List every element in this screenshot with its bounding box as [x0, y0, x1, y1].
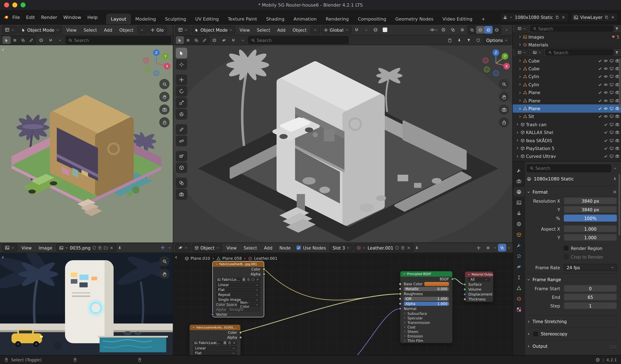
menu-select[interactable]: Select [241, 244, 260, 251]
color-space-dropdown[interactable]: Non-Color [238, 302, 260, 307]
scene-selector[interactable]: 1080x1080 Static [500, 13, 568, 22]
workspace-tab-uv-editing[interactable]: UV Editing [190, 14, 223, 25]
chevron-down-icon[interactable] [493, 246, 497, 249]
menu-image[interactable]: Image [36, 244, 55, 251]
menu-view[interactable]: View [63, 26, 79, 33]
select-lasso-button[interactable] [200, 36, 209, 44]
target-dropdown[interactable]: All [468, 277, 490, 282]
section-thin-film[interactable]: Thin Film [400, 338, 452, 343]
tab-render[interactable] [513, 176, 524, 186]
bsdf-socket[interactable] [451, 278, 454, 281]
hide-eye-icon[interactable] [604, 83, 608, 87]
selectable-checkbox-icon[interactable] [598, 91, 602, 95]
search-input[interactable] [538, 26, 611, 31]
selectable-checkbox-icon[interactable] [604, 154, 608, 158]
menu-file[interactable]: File [9, 13, 23, 21]
chevron-down-icon[interactable] [467, 273, 470, 276]
menu-add[interactable]: Add [261, 244, 275, 251]
shader-type-selector[interactable]: Object [192, 244, 222, 252]
use-nodes-toggle[interactable]: Use Nodes [296, 245, 326, 250]
base-color-socket[interactable] [399, 283, 402, 285]
tab-physics[interactable] [513, 262, 524, 271]
render-disable-icon[interactable] [615, 154, 619, 158]
filter-id-selector[interactable] [530, 49, 544, 55]
frame-step-field[interactable]: 1 [564, 302, 617, 309]
new-scene-icon[interactable] [555, 15, 559, 19]
search-input[interactable] [535, 166, 608, 171]
hide-eye-icon[interactable] [604, 59, 608, 63]
render-disable-icon[interactable] [615, 67, 619, 71]
view-layer-selector[interactable]: ViewLayer [571, 13, 618, 22]
snap-toggle-button[interactable] [47, 36, 55, 44]
filter-icon[interactable] [615, 50, 619, 54]
selectable-checkbox-icon[interactable] [598, 114, 602, 119]
tool-add-primitive[interactable] [176, 162, 187, 173]
swatch-button[interactable] [381, 26, 389, 34]
chevron-right-icon[interactable] [516, 155, 519, 158]
add-workspace-button[interactable]: + [477, 14, 490, 25]
node-material-output[interactable]: Material Output All Surface Volume Displ… [465, 271, 493, 302]
render-disable-icon[interactable] [615, 130, 619, 134]
render-disable-icon[interactable] [615, 138, 619, 142]
render-disable-icon[interactable] [615, 146, 619, 150]
viewport-left-search[interactable] [66, 36, 171, 44]
selectable-checkbox-icon[interactable] [604, 123, 608, 127]
outliner-row-collection[interactable]: KALLAX Shel [513, 128, 621, 137]
time-stretching-panel-header[interactable]: Time Stretching [527, 317, 617, 326]
chevron-right-icon[interactable] [518, 107, 522, 110]
select-lasso-button[interactable] [27, 36, 35, 44]
chevron-right-icon[interactable] [518, 91, 522, 95]
outliner-row-collection[interactable]: Ikea SKÅDIS [513, 137, 621, 144]
outliner-row-materials[interactable]: Materials [513, 41, 621, 48]
tool-shear[interactable] [176, 178, 187, 188]
aspect-y-field[interactable]: 1.000 [564, 234, 617, 241]
orientation-selector[interactable]: Global [321, 26, 351, 34]
color-socket[interactable] [239, 331, 242, 334]
frame-range-panel-header[interactable]: Frame Range [527, 275, 617, 284]
extension-dropdown[interactable]: Repeat [216, 293, 260, 297]
alpha-socket[interactable] [399, 302, 402, 305]
remove-view-layer-icon[interactable] [611, 15, 615, 19]
shading-wireframe-button[interactable] [468, 26, 476, 34]
region-toggle-icon[interactable] [1, 48, 5, 52]
image-selector[interactable]: 0035.png [56, 244, 117, 252]
output-panel-header[interactable]: Output :::: [527, 342, 617, 350]
chevron-down-icon[interactable] [507, 246, 511, 249]
selectable-checkbox-icon[interactable] [604, 130, 608, 134]
users-count-badge[interactable]: 4 [223, 341, 227, 345]
section-emission[interactable]: Emission [400, 334, 452, 338]
outliner-file-search[interactable] [530, 26, 614, 32]
unlink-icon[interactable] [256, 278, 259, 281]
alpha-mode-dropdown[interactable]: Straight [227, 307, 260, 312]
workspace-tab-rendering[interactable]: Rendering [321, 14, 353, 25]
material-selector[interactable]: Leather.001 [354, 244, 414, 252]
selectable-checkbox-icon[interactable] [598, 83, 602, 87]
outliner-row-images[interactable]: Images 5 [513, 33, 621, 41]
viewport-disable-icon[interactable] [609, 83, 614, 87]
zoom-button[interactable] [159, 79, 170, 89]
frame-end-field[interactable]: 65 [564, 294, 617, 301]
node-header[interactable]: Material Output [465, 272, 493, 277]
select-tweak-button[interactable] [176, 36, 184, 44]
stereoscopy-panel-header[interactable]: Stereoscopy [527, 330, 617, 338]
network-status-icon[interactable] [595, 358, 600, 362]
unlink-scene-icon[interactable] [561, 15, 566, 19]
select-box-button[interactable] [11, 36, 19, 44]
tab-data[interactable] [513, 283, 524, 293]
outliner-row-object[interactable]: Cube [513, 65, 621, 73]
section-coat[interactable]: Coat [400, 325, 452, 329]
section-subsurface[interactable]: Subsurface [400, 311, 452, 316]
render-disable-icon[interactable] [615, 83, 619, 87]
render-slot-icon[interactable] [158, 244, 167, 252]
camera-view-button[interactable] [499, 104, 509, 115]
tab-world[interactable] [513, 219, 524, 229]
ior-slider[interactable]: IOR1.450 [404, 297, 449, 301]
render-region-checkbox[interactable] [564, 246, 568, 250]
scrollbar[interactable] [619, 58, 621, 108]
image-datablock-field[interactable]: FabricLeath... 4 [216, 277, 260, 282]
menu-object[interactable]: Object [117, 26, 136, 33]
select-tweak-button[interactable] [2, 36, 11, 44]
select-circle-button[interactable] [19, 36, 27, 44]
crop-to-render-checkbox[interactable] [564, 254, 568, 259]
viewport-left-canvas[interactable]: Z Y X [0, 45, 173, 243]
